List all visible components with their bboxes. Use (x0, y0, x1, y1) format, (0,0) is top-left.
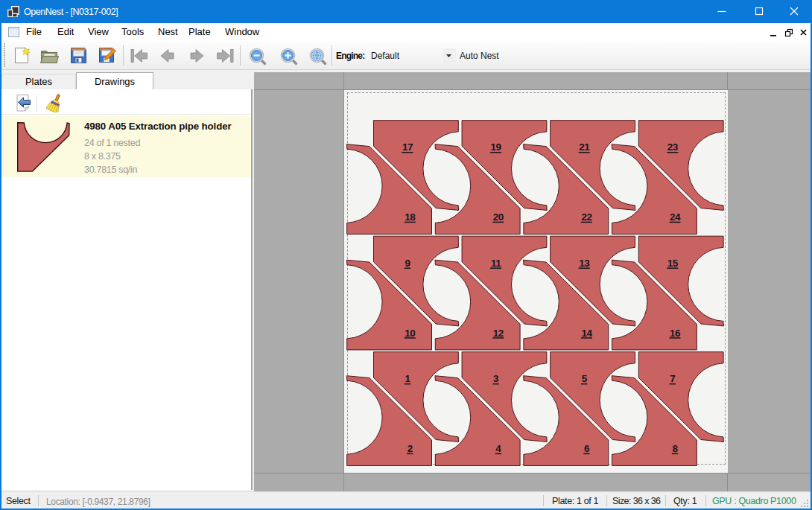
svg-text:9: 9 (405, 258, 410, 269)
svg-text:24: 24 (670, 211, 681, 223)
svg-text:1: 1 (405, 373, 410, 384)
svg-text:2: 2 (407, 443, 413, 454)
svg-text:8: 8 (672, 443, 678, 454)
svg-text:17: 17 (402, 141, 413, 153)
svg-text:22: 22 (581, 211, 591, 223)
svg-text:11: 11 (491, 258, 501, 269)
svg-text:16: 16 (670, 328, 681, 339)
svg-text:7: 7 (670, 373, 675, 384)
svg-text:23: 23 (667, 141, 679, 153)
svg-text:14: 14 (581, 328, 592, 339)
svg-text:6: 6 (584, 443, 590, 454)
svg-text:20: 20 (493, 211, 504, 223)
svg-text:12: 12 (493, 328, 504, 339)
svg-text:10: 10 (405, 328, 415, 339)
svg-text:18: 18 (405, 211, 416, 223)
svg-text:4: 4 (495, 443, 501, 454)
svg-text:15: 15 (667, 258, 679, 269)
svg-text:19: 19 (491, 141, 501, 153)
svg-text:13: 13 (579, 258, 590, 269)
svg-text:3: 3 (493, 373, 499, 384)
svg-text:21: 21 (579, 141, 590, 153)
svg-text:5: 5 (582, 373, 588, 384)
